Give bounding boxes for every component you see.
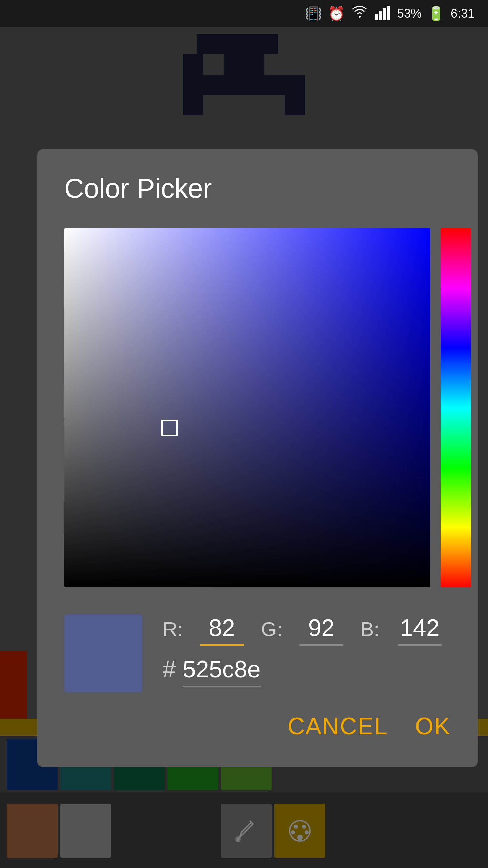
vibrate-icon: 📳 (305, 6, 322, 22)
dialog-title: Color Picker (64, 173, 451, 204)
status-bar: 📳 ⏰ 53% 🔋 6:31 (0, 0, 488, 27)
battery-percent: 53% (397, 6, 422, 21)
time: 6:31 (451, 6, 474, 21)
picker-cursor[interactable] (161, 420, 178, 436)
rgb-inputs: R: 82 G: 92 B: 142 # 525c8e (163, 614, 451, 687)
svg-rect-4 (387, 6, 390, 20)
status-icons: 📳 ⏰ 53% 🔋 6:31 (305, 4, 474, 24)
g-label: G: (261, 617, 282, 641)
svg-point-0 (359, 16, 361, 18)
svg-rect-2 (379, 11, 382, 20)
b-label: B: (360, 617, 381, 641)
b-value-input[interactable]: 142 (398, 614, 442, 646)
hex-row: # 525c8e (163, 656, 451, 687)
dialog-buttons: CANCEL OK (64, 713, 451, 740)
rgb-row: R: 82 G: 92 B: 142 (163, 614, 451, 646)
signal-icon (374, 4, 391, 24)
r-value-input[interactable]: 82 (200, 614, 244, 646)
ok-button[interactable]: OK (415, 713, 451, 740)
color-gradient-square[interactable] (64, 228, 430, 587)
gradient-dark (64, 228, 430, 587)
r-label: R: (163, 617, 183, 641)
wifi-icon (351, 4, 368, 24)
alarm-icon: ⏰ (328, 6, 345, 22)
color-values-section: R: 82 G: 92 B: 142 # 525c8e (64, 614, 451, 692)
svg-rect-3 (383, 8, 386, 20)
hex-label: # (163, 656, 176, 683)
hex-value-input[interactable]: 525c8e (183, 656, 261, 687)
svg-rect-1 (375, 14, 378, 20)
cancel-button[interactable]: CANCEL (288, 713, 388, 740)
g-value-input[interactable]: 92 (299, 614, 343, 646)
hue-bar[interactable] (441, 228, 471, 587)
color-picker-dialog: Color Picker R: 82 G: 92 B: 142 # 525c8e (37, 149, 478, 767)
battery-icon: 🔋 (428, 6, 445, 22)
color-picker-area[interactable] (64, 228, 451, 587)
color-preview (64, 614, 142, 692)
